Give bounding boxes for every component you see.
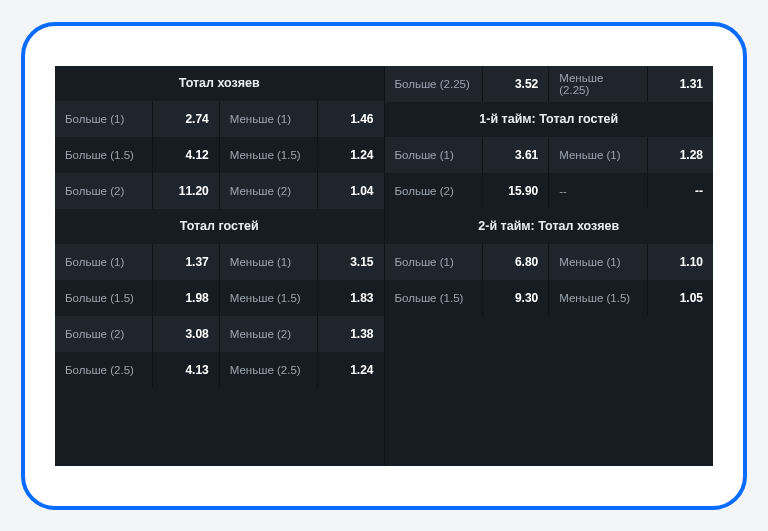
bet-row: Больше (1.5) 4.12 Меньше (1.5) 1.24 (55, 137, 384, 173)
bet-under-label[interactable]: Меньше (2.25) (549, 66, 647, 102)
bet-under-label[interactable]: Меньше (1) (220, 101, 318, 137)
bet-row: Больше (2) 3.08 Меньше (2) 1.38 (55, 316, 384, 352)
bet-under-label[interactable]: Меньше (2) (220, 316, 318, 352)
bet-over-label[interactable]: Больше (1.5) (385, 280, 483, 316)
bet-over-label[interactable]: Больше (1) (55, 244, 153, 280)
bet-over-odds[interactable]: 4.13 (153, 352, 219, 388)
section-title: Тотал гостей (55, 209, 384, 244)
section-total-hosts: Тотал хозяев Больше (1) 2.74 Меньше (1) … (55, 66, 384, 209)
bet-row: Больше (1) 1.37 Меньше (1) 3.15 (55, 244, 384, 280)
bet-under-odds[interactable]: 1.10 (648, 244, 713, 280)
bet-row: Больше (2) 15.90 -- -- (385, 173, 714, 209)
bet-under-odds[interactable]: 1.05 (648, 280, 713, 316)
bet-over-odds[interactable]: 4.12 (153, 137, 219, 173)
section-2h-total-hosts: 2-й тайм: Тотал хозяев Больше (1) 6.80 М… (385, 209, 714, 316)
bet-under-odds[interactable]: 1.24 (318, 352, 383, 388)
bet-under-odds[interactable]: -- (648, 173, 713, 209)
bet-under-odds[interactable]: 1.24 (318, 137, 383, 173)
left-column: Тотал хозяев Больше (1) 2.74 Меньше (1) … (55, 66, 385, 466)
bet-over-odds[interactable]: 2.74 (153, 101, 219, 137)
bet-over-label[interactable]: Больше (1.5) (55, 280, 153, 316)
bet-over-label[interactable]: Больше (1) (55, 101, 153, 137)
bet-under-odds[interactable]: 1.28 (648, 137, 713, 173)
bet-row: Больше (2) 11.20 Меньше (2) 1.04 (55, 173, 384, 209)
section-total-guests: Тотал гостей Больше (1) 1.37 Меньше (1) … (55, 209, 384, 388)
bet-under-odds[interactable]: 1.83 (318, 280, 383, 316)
bet-over-odds[interactable]: 9.30 (483, 280, 549, 316)
bet-under-label[interactable]: Меньше (1) (220, 244, 318, 280)
bet-over-odds[interactable]: 3.08 (153, 316, 219, 352)
section-title: Тотал хозяев (55, 66, 384, 101)
right-column: Больше (2.25) 3.52 Меньше (2.25) 1.31 1-… (385, 66, 714, 466)
section-1h-total-guests: 1-й тайм: Тотал гостей Больше (1) 3.61 М… (385, 102, 714, 209)
bet-over-odds[interactable]: 6.80 (483, 244, 549, 280)
bet-under-label[interactable]: Меньше (1.5) (220, 137, 318, 173)
bet-over-odds[interactable]: 3.52 (483, 66, 549, 102)
bet-under-label[interactable]: -- (549, 173, 647, 209)
bet-over-label[interactable]: Больше (2.25) (385, 66, 483, 102)
bet-under-label[interactable]: Меньше (1.5) (549, 280, 647, 316)
bet-row: Больше (1) 2.74 Меньше (1) 1.46 (55, 101, 384, 137)
bet-under-odds[interactable]: 1.31 (648, 66, 713, 102)
bet-row: Больше (1) 6.80 Меньше (1) 1.10 (385, 244, 714, 280)
outer-frame: Тотал хозяев Больше (1) 2.74 Меньше (1) … (21, 22, 747, 510)
continuation-rows: Больше (2.25) 3.52 Меньше (2.25) 1.31 (385, 66, 714, 102)
bet-over-odds[interactable]: 1.37 (153, 244, 219, 280)
betting-panel: Тотал хозяев Больше (1) 2.74 Меньше (1) … (55, 66, 713, 466)
bet-under-odds[interactable]: 1.04 (318, 173, 383, 209)
bet-row: Больше (1.5) 1.98 Меньше (1.5) 1.83 (55, 280, 384, 316)
bet-under-label[interactable]: Меньше (1) (549, 244, 647, 280)
bet-over-label[interactable]: Больше (1.5) (55, 137, 153, 173)
section-title: 2-й тайм: Тотал хозяев (385, 209, 714, 244)
bet-over-odds[interactable]: 1.98 (153, 280, 219, 316)
bet-row: Больше (2.25) 3.52 Меньше (2.25) 1.31 (385, 66, 714, 102)
bet-over-odds[interactable]: 3.61 (483, 137, 549, 173)
bet-under-label[interactable]: Меньше (1) (549, 137, 647, 173)
bet-row: Больше (2.5) 4.13 Меньше (2.5) 1.24 (55, 352, 384, 388)
bet-over-odds[interactable]: 11.20 (153, 173, 219, 209)
bet-under-label[interactable]: Меньше (1.5) (220, 280, 318, 316)
bet-over-odds[interactable]: 15.90 (483, 173, 549, 209)
bet-row: Больше (1) 3.61 Меньше (1) 1.28 (385, 137, 714, 173)
bet-over-label[interactable]: Больше (2) (55, 316, 153, 352)
bet-over-label[interactable]: Больше (2.5) (55, 352, 153, 388)
bet-under-label[interactable]: Меньше (2) (220, 173, 318, 209)
bet-over-label[interactable]: Больше (1) (385, 137, 483, 173)
bet-under-label[interactable]: Меньше (2.5) (220, 352, 318, 388)
bet-under-odds[interactable]: 1.38 (318, 316, 383, 352)
bet-over-label[interactable]: Больше (2) (55, 173, 153, 209)
bet-under-odds[interactable]: 1.46 (318, 101, 383, 137)
bet-under-odds[interactable]: 3.15 (318, 244, 383, 280)
bet-over-label[interactable]: Больше (1) (385, 244, 483, 280)
bet-over-label[interactable]: Больше (2) (385, 173, 483, 209)
section-title: 1-й тайм: Тотал гостей (385, 102, 714, 137)
bet-row: Больше (1.5) 9.30 Меньше (1.5) 1.05 (385, 280, 714, 316)
